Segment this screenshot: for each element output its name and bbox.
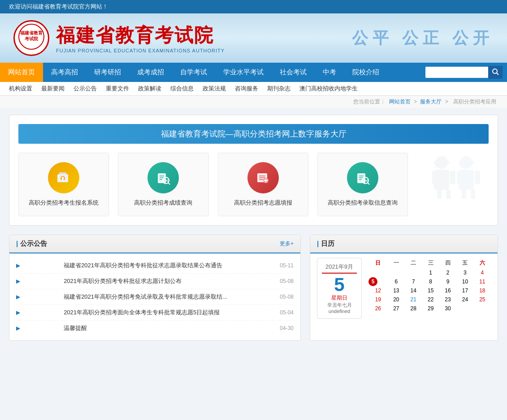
site-title: 福建省教育考试院 FUJIAN PROVINCIAL EDUCATION EXA… bbox=[56, 23, 225, 53]
header-slogan: 公平 公正 公开 bbox=[352, 27, 494, 49]
cal-cell-0-5[interactable]: 3 bbox=[456, 268, 473, 277]
notice-date-3: 05-04 bbox=[280, 309, 294, 316]
cal-cell-0-2 bbox=[405, 268, 422, 277]
top-announcement: 欢迎访问福建省教育考试院官方网站！ bbox=[0, 0, 507, 13]
subnav-wenjian[interactable]: 重要文件 bbox=[106, 85, 129, 93]
svg-rect-42 bbox=[457, 171, 462, 184]
cal-cell-3-4[interactable]: 23 bbox=[439, 295, 456, 304]
cal-cell-0-3[interactable]: 1 bbox=[422, 268, 439, 277]
notice-item-3[interactable]: ▶ 2021年高职分类招考面向全体考生专科批常规志愿5日起填报 05-04 bbox=[16, 305, 294, 321]
cal-cell-4-4[interactable]: 30 bbox=[439, 304, 456, 313]
cal-cell-2-1[interactable]: 13 bbox=[388, 286, 405, 295]
cal-cell-1-1[interactable]: 6 bbox=[388, 277, 405, 286]
cal-cell-4-3[interactable]: 29 bbox=[422, 304, 439, 313]
cal-cell-2-6[interactable]: 18 bbox=[474, 286, 491, 295]
nav-item-zhongkao[interactable]: 中考 bbox=[315, 63, 344, 82]
notice-date-0: 05-11 bbox=[280, 262, 294, 269]
service-icon-baoming bbox=[48, 162, 79, 193]
calendar-panel: 日历 2021年9月 5 星期日 辛丑年七月 undefined 日 一 bbox=[310, 235, 498, 341]
cal-cell-0-6[interactable]: 4 bbox=[474, 268, 491, 277]
cal-cell-2-4[interactable]: 16 bbox=[439, 286, 456, 295]
cal-cell-0-4[interactable]: 2 bbox=[439, 268, 456, 277]
subnav-zonghe[interactable]: 综合信息 bbox=[170, 85, 194, 93]
subnav-qikan[interactable]: 期刊杂志 bbox=[267, 85, 290, 93]
cal-cell-1-5[interactable]: 10 bbox=[456, 277, 473, 286]
cal-cell-3-3[interactable]: 22 bbox=[422, 295, 439, 304]
svg-rect-33 bbox=[432, 171, 438, 184]
nav-item-zixue[interactable]: 自学考试 bbox=[172, 63, 215, 82]
svg-rect-36 bbox=[446, 190, 451, 199]
nav-item-xueye[interactable]: 学业水平考试 bbox=[215, 63, 272, 82]
notice-item-2[interactable]: ▶ 福建省2021年高职分类招考免试录取及专科批常规志愿录取结... 05-08 bbox=[16, 289, 294, 305]
notice-item-0[interactable]: ▶ 福建省2021年高职分类招考专科批征求志愿录取结果公布通告 05-11 bbox=[16, 258, 294, 274]
cal-cell-3-1[interactable]: 20 bbox=[388, 295, 405, 304]
cal-cell-3-5[interactable]: 24 bbox=[456, 295, 473, 304]
cal-cell-2-3[interactable]: 15 bbox=[422, 286, 439, 295]
cal-header-thu: 四 bbox=[439, 258, 456, 268]
search-input[interactable] bbox=[425, 67, 488, 78]
cal-cell-3-0[interactable]: 19 bbox=[368, 295, 388, 304]
notice-panel-body: ▶ 福建省2021年高职分类招考专科批征求志愿录取结果公布通告 05-11 ▶ … bbox=[9, 253, 300, 340]
current-date-display: 2021年9月 5 星期日 辛丑年七月 undefined bbox=[317, 258, 362, 319]
cal-cell-1-4[interactable]: 9 bbox=[439, 277, 456, 286]
cal-cell-1-3[interactable]: 8 bbox=[422, 277, 439, 286]
subnav-gongshi[interactable]: 公示公告 bbox=[74, 85, 97, 93]
svg-text:考试院: 考试院 bbox=[25, 36, 39, 41]
subnav-zixun[interactable]: 咨询服务 bbox=[235, 85, 258, 93]
notice-date-4: 04-30 bbox=[280, 325, 294, 331]
cal-cell-4-2[interactable]: 28 bbox=[405, 304, 422, 313]
logo[interactable]: 福建省教育 考试院 bbox=[13, 20, 49, 56]
service-item-baoming[interactable]: 高职分类招考考生报名系统 bbox=[18, 153, 109, 216]
cal-cell-3-6[interactable]: 25 bbox=[474, 295, 491, 304]
cal-cell-1-0[interactable]: 5 bbox=[368, 277, 377, 286]
cal-cell-4-1[interactable]: 27 bbox=[388, 304, 405, 313]
cal-header-sat: 六 bbox=[474, 258, 491, 268]
svg-rect-35 bbox=[437, 190, 442, 199]
nav-item-shehui[interactable]: 社会考试 bbox=[272, 63, 315, 82]
nav-item-yuanxiao[interactable]: 院校介绍 bbox=[344, 63, 387, 82]
search-button[interactable] bbox=[488, 66, 503, 79]
service-icon-zhiyuan bbox=[247, 162, 279, 193]
subnav-jigou[interactable]: 机构设置 bbox=[9, 85, 32, 93]
notice-item-1[interactable]: ▶ 2021年高职分类招考专科批征求志愿计划公布 05-08 bbox=[16, 274, 294, 289]
cal-grid-wrap: 日 一 二 三 四 五 六 12345678910111213141516171… bbox=[368, 258, 491, 313]
nav-item-chengkao[interactable]: 成考成招 bbox=[129, 63, 172, 82]
nav-item-gaokao[interactable]: 高考高招 bbox=[43, 63, 86, 82]
nav-item-home[interactable]: 网站首页 bbox=[0, 63, 43, 82]
svg-line-4 bbox=[497, 73, 498, 75]
notice-panel-title: 公示公告 bbox=[16, 240, 47, 248]
arrow-icon-4: ▶ bbox=[16, 325, 20, 331]
svg-point-37 bbox=[434, 161, 438, 164]
cal-cell-4-5 bbox=[456, 304, 473, 313]
cal-cell-3-2[interactable]: 21 bbox=[405, 295, 422, 304]
cal-cell-2-0[interactable]: 12 bbox=[368, 286, 388, 295]
service-item-chengjichaxun[interactable]: 90 高职分类招考成绩查询 bbox=[118, 153, 208, 216]
subnav-jiedu[interactable]: 政策解读 bbox=[138, 85, 161, 93]
cal-cell-0-0 bbox=[368, 268, 388, 277]
cal-cell-4-6 bbox=[474, 304, 491, 313]
site-header: 福建省教育 考试院 福建省教育考试院 FUJIAN PROVINCIAL EDU… bbox=[0, 13, 507, 63]
svg-point-46 bbox=[459, 161, 462, 164]
service-item-zhiyuan[interactable]: 高职分类招考志愿填报 bbox=[218, 153, 308, 216]
subnav-fagui[interactable]: 政策法规 bbox=[203, 85, 226, 93]
bottom-section: 公示公告 更多+ ▶ 福建省2021年高职分类招考专科批征求志愿录取结果公布通告… bbox=[9, 235, 498, 341]
breadcrumb-service[interactable]: 服务大厅 bbox=[420, 99, 442, 105]
nav-item-yankao[interactable]: 研考研招 bbox=[86, 63, 129, 82]
service-item-luquchaxun[interactable]: 90 高职分类招考录取信息查询 bbox=[317, 153, 408, 216]
cal-cell-1-6[interactable]: 11 bbox=[474, 277, 491, 286]
cal-cell-2-5[interactable]: 17 bbox=[456, 286, 473, 295]
breadcrumb-home[interactable]: 网站首页 bbox=[389, 99, 411, 105]
service-icon-luqu: 90 bbox=[347, 162, 378, 193]
svg-text:90: 90 bbox=[364, 179, 368, 183]
cal-cell-4-0[interactable]: 26 bbox=[368, 304, 388, 313]
svg-rect-45 bbox=[471, 190, 475, 199]
cal-cell-2-2[interactable]: 14 bbox=[405, 286, 422, 295]
cal-header-sun: 日 bbox=[368, 258, 388, 268]
subnav-xinwen[interactable]: 最新要闻 bbox=[41, 85, 65, 93]
svg-rect-6 bbox=[59, 172, 66, 174]
notice-more[interactable]: 更多+ bbox=[280, 240, 294, 248]
cal-cell-1-2[interactable]: 7 bbox=[405, 277, 422, 286]
subnav-aomen[interactable]: 澳门高校招收内地学生 bbox=[299, 85, 358, 93]
notice-item-4[interactable]: ▶ 温馨提醒 04-30 bbox=[16, 321, 294, 336]
calendar-body: 2021年9月 5 星期日 辛丑年七月 undefined 日 一 二 三 bbox=[310, 253, 498, 328]
